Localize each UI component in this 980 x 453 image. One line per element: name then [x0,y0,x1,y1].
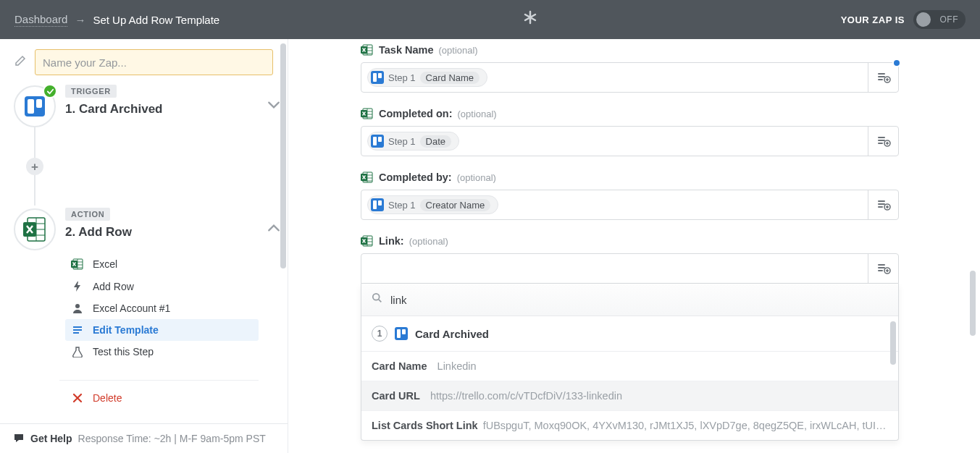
pencil-icon [14,55,26,69]
token-value: Creator Name [420,199,491,211]
link-input[interactable] [361,253,899,284]
substep-delete-label: Delete [93,392,122,404]
page-title: Set Up Add Row Template [93,14,219,26]
substep-account[interactable]: Excel Account #1 [65,297,259,319]
check-icon [43,84,57,98]
trello-mini-icon [395,327,408,340]
option-value: fUBspguT, Moxq90OK, 4YXvM130, rJMt1XJ5, … [483,420,888,431]
dropdown-option[interactable]: Card Name Linkedin [361,352,898,381]
completed-on-input[interactable]: Step 1 Date [361,126,899,156]
substep-edit-template[interactable]: Edit Template [65,319,259,341]
dashboard-link[interactable]: Dashboard [14,13,67,27]
link-label: Link: [379,235,404,247]
option-value: https://trello.com/c/vTDcfDiV/133-linked… [430,390,622,402]
option-value: Linkedin [437,360,477,372]
your-zap-label: YOUR ZAP IS [841,14,905,25]
chevron-down-icon[interactable] [267,98,280,111]
optional-label: (optional) [458,109,497,119]
lines-icon [71,324,84,336]
dropdown-search-row [361,284,898,316]
trigger-title: 1. Card Archived [65,102,259,117]
connector-line [34,127,35,158]
field-completed-on: Completed on: (optional) Step 1 Date [361,107,899,156]
dropdown-search-input[interactable] [390,294,888,306]
user-icon [71,302,84,314]
insert-field-button[interactable] [868,254,898,283]
task-name-input[interactable]: Step 1 Card Name [361,62,899,93]
dropdown-option[interactable]: Card URL https://trello.com/c/vTDcfDiV/1… [361,381,898,411]
completed-by-input[interactable]: Step 1 Creator Name [361,190,899,220]
zapier-logo-icon [523,10,537,29]
task-name-token[interactable]: Step 1 Card Name [367,68,487,87]
option-key: Card URL [372,390,420,402]
substep-action-label: Add Row [93,281,134,292]
optional-label: (optional) [439,45,478,56]
completed-on-token[interactable]: Step 1 Date [367,132,459,151]
zap-name-input[interactable]: Name your Zap... [35,49,273,75]
search-icon [372,292,383,307]
step-number-badge: 1 [372,326,388,342]
main-panel: Task Name (optional) Step 1 Card Name [288,39,980,453]
trello-mini-icon [371,135,384,148]
main-scrollbar[interactable] [970,271,976,336]
optional-label: (optional) [409,236,448,247]
substep-action[interactable]: Add Row [65,276,259,297]
substep-edit-label: Edit Template [93,324,159,336]
breadcrumb-arrow-icon: → [75,14,85,26]
completed-by-token[interactable]: Step 1 Creator Name [367,195,498,214]
dropdown-option[interactable]: List Cards Short Link fUBspguT, Moxq90OK… [361,411,898,440]
chevron-up-icon[interactable] [267,221,280,234]
toggle-knob [916,12,931,27]
sidebar-scrollbar[interactable] [280,43,286,419]
topbar: Dashboard → Set Up Add Row Template YOUR… [0,0,980,39]
trello-mini-icon [371,71,384,84]
zap-enable-toggle[interactable]: OFF [913,10,966,29]
bolt-icon [71,281,84,292]
token-step: Step 1 [388,136,416,147]
insert-field-button[interactable] [868,190,898,219]
help-hours: Response Time: ~2h | M-F 9am-5pm PST [78,433,266,444]
field-picker-dropdown: 1 Card Archived Card Name Linkedin Card … [361,284,899,441]
option-key: List Cards Short Link [372,420,473,431]
trigger-node[interactable] [14,85,56,127]
dropdown-scrollbar[interactable] [890,321,896,365]
flask-icon [71,346,84,357]
excel-mini-icon [71,258,84,271]
substep-account-label: Excel Account #1 [93,302,170,314]
token-step: Step 1 [388,72,416,83]
new-indicator-dot [892,59,901,67]
token-value: Date [420,135,451,148]
excel-mini-icon [361,43,374,56]
excel-mini-icon [361,107,374,120]
excel-mini-icon [361,234,374,247]
insert-field-button[interactable] [868,127,898,156]
field-task-name: Task Name (optional) Step 1 Card Name [361,43,899,93]
substep-delete[interactable]: Delete [59,380,259,409]
excel-mini-icon [361,171,374,184]
token-step: Step 1 [388,200,416,211]
dropdown-source-header: 1 Card Archived [361,316,898,352]
field-completed-by: Completed by: (optional) Step 1 Creator … [361,171,899,220]
connector-line [34,175,35,206]
token-value: Card Name [420,72,479,84]
substep-app[interactable]: Excel [65,253,259,276]
toggle-off-label: OFF [940,14,959,25]
substep-test[interactable]: Test this Step [65,341,259,363]
insert-field-button[interactable] [868,63,898,92]
x-icon [71,392,84,404]
help-bar: Get Help Response Time: ~2h | M-F 9am-5p… [0,423,288,453]
dropdown-source-title: Card Archived [415,328,489,340]
trigger-tag: TRIGGER [65,85,117,98]
get-help-link[interactable]: Get Help [30,433,72,444]
field-link: Link: (optional) [361,234,899,284]
option-key: Card Name [372,360,427,372]
excel-icon [22,216,48,242]
action-node[interactable] [14,208,56,250]
action-title: 2. Add Row [65,225,259,240]
completed-by-label: Completed by: [379,172,452,183]
substep-test-label: Test this Step [93,346,154,357]
trello-mini-icon [371,198,384,211]
completed-on-label: Completed on: [379,108,453,119]
add-step-button[interactable]: + [26,158,43,175]
substep-app-label: Excel [93,258,117,270]
